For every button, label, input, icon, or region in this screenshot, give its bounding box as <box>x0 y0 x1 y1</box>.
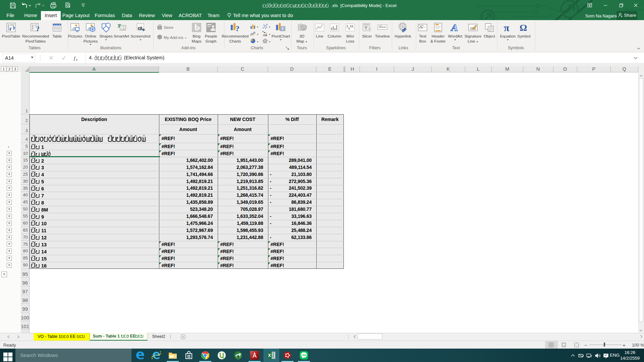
svg-text:A: A <box>450 22 458 33</box>
svg-text:?: ? <box>235 24 239 33</box>
svg-text:π: π <box>504 22 509 33</box>
svg-text:Ω: Ω <box>520 22 527 33</box>
svg-text:LINE: LINE <box>301 354 307 357</box>
svg-text:x: x <box>75 57 77 61</box>
svg-text:?: ? <box>36 24 40 33</box>
